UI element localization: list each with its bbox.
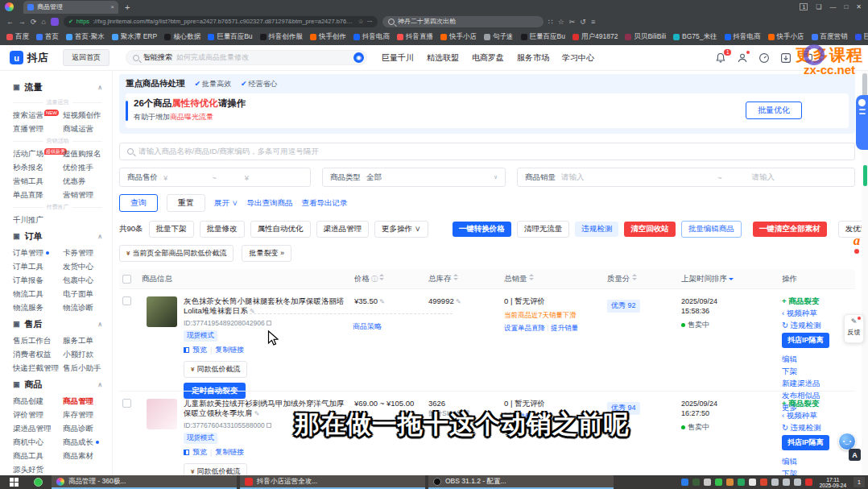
start-button[interactable] <box>0 475 27 489</box>
new-tab-button[interactable]: + <box>125 2 130 12</box>
expand-link[interactable]: 展开 ∨ <box>214 198 238 209</box>
sidebar-item[interactable]: 物流服务 <box>13 300 63 314</box>
reload-icon[interactable]: ⟳ <box>31 18 37 26</box>
product-link[interactable]: 预览 <box>192 447 207 458</box>
tray-icon-clipboard[interactable] <box>704 479 711 486</box>
sidebar-item[interactable]: 单品直降 <box>13 188 63 201</box>
row-checkbox[interactable] <box>119 296 138 391</box>
sales-action-link[interactable]: 设置单品直降 <box>504 324 545 332</box>
bookmark-item[interactable]: 巨量百应Bu <box>521 32 565 42</box>
taskbar-app[interactable]: OBS 31.1.2 - 配置... <box>428 475 614 489</box>
op-product-fission[interactable]: + 商品裂变 <box>782 399 839 409</box>
tray-icon-network[interactable] <box>771 479 779 486</box>
sidebar-item[interactable]: 售后工作台 <box>13 334 63 347</box>
toolbar-button[interactable]: 批量编辑商品 <box>681 221 742 238</box>
toolbar-button[interactable]: 批量下架 <box>149 221 194 238</box>
op-link[interactable]: 编辑 <box>782 354 839 365</box>
sidebar-item[interactable]: 订单管理 <box>13 246 63 259</box>
tray-icon-display[interactable] <box>794 479 801 486</box>
tab-close-icon[interactable]: × <box>110 3 114 10</box>
query-button[interactable]: 查询 <box>119 194 158 212</box>
bookmark-item[interactable]: 用户491872 <box>572 32 618 42</box>
sidebar-item[interactable]: 售后小助手 <box>63 361 112 375</box>
sidebar-item[interactable]: 源头好货 <box>13 462 63 475</box>
sidebar-item[interactable]: 商品素材 <box>63 449 112 462</box>
bookmark-item[interactable]: 贝贝BiliBili <box>625 32 666 42</box>
sidebar-item[interactable]: 服务工单 <box>63 334 112 347</box>
same-style-low-price-button[interactable]: ¥同款低价截流 <box>184 361 247 378</box>
sidebar-item[interactable]: 库存管理 <box>63 408 112 421</box>
copy-icon[interactable] <box>267 423 271 428</box>
bookmark-item[interactable]: 抖音电商 <box>725 32 761 42</box>
bookmark-item[interactable]: 抖音直播 <box>397 32 433 42</box>
sidebar-item[interactable]: 卡券管理 <box>63 246 112 259</box>
bell-icon[interactable]: 1 <box>715 52 726 64</box>
product-link[interactable]: 预览 <box>192 345 207 355</box>
header-stock[interactable]: 总库存 <box>428 274 504 284</box>
bookmark-item[interactable]: BG75_来往 <box>673 32 717 42</box>
sidebar-item[interactable]: 搜索运营NEW <box>13 108 63 122</box>
home-icon[interactable]: ⌂ <box>42 18 46 26</box>
tray-icon-colored-app[interactable] <box>726 479 734 486</box>
select-all-checkbox[interactable] <box>119 275 138 284</box>
tray-icon-red-speaker[interactable] <box>760 479 767 486</box>
sidebar-item[interactable]: 电子面单 <box>63 287 112 300</box>
sidebar-item[interactable]: 发货中心 <box>63 259 112 273</box>
taskbar-app[interactable]: 商品管理 - 360极... <box>52 475 237 489</box>
op-link[interactable]: ↻ 违规检测 <box>782 321 839 331</box>
header-nav-item[interactable]: 学习中心 <box>562 52 594 64</box>
header-nav-item[interactable]: 巨量千川 <box>382 52 414 64</box>
sidebar-item[interactable]: 秒杀报名 <box>13 160 63 174</box>
header-nav-item[interactable]: 服务市场 <box>517 52 549 64</box>
sidebar-item[interactable]: 直播管理 <box>13 122 63 135</box>
feedback-widget[interactable]: ✎ 反馈 <box>844 314 864 343</box>
export-log-link[interactable]: 查看导出记录 <box>302 198 348 209</box>
toolbar-button[interactable]: 批量修改 <box>200 221 245 238</box>
edit-icon[interactable]: ✎ <box>253 410 260 417</box>
sidebar-item[interactable]: 千川推广 <box>13 213 63 226</box>
op-product-fission[interactable]: + 商品裂变 <box>782 296 839 307</box>
sidebar-item[interactable]: 小额打款 <box>63 347 112 361</box>
op-link[interactable]: 编辑 <box>782 457 839 467</box>
sidebar-item[interactable]: 优价推手 <box>63 160 112 174</box>
window-count-badge[interactable]: 1 <box>800 3 808 10</box>
sidebar-item[interactable]: 渠道品管理 <box>13 421 63 435</box>
toolbar-button[interactable]: 清空回收站 <box>624 222 676 237</box>
op-link[interactable]: ↻ 违规检测 <box>782 423 839 433</box>
url-field[interactable]: ✔ https://fxg.jinritemai.com/ffa/g/list?… <box>64 16 378 27</box>
browser-tab[interactable]: 商品管理 × <box>23 1 118 14</box>
ai-assistant-icon[interactable]: ◉ <box>353 52 364 63</box>
op-link[interactable]: 下架 <box>782 469 839 475</box>
sidebar-item[interactable]: 评价管理 <box>13 408 63 421</box>
sidebar-item[interactable]: 活动广场超级新秀 <box>13 147 63 160</box>
sidebar-item[interactable]: 商品诊断 <box>63 421 112 435</box>
op-link[interactable]: ‹ 视频种草 <box>782 309 839 319</box>
a-tool-icon[interactable]: A <box>849 449 861 461</box>
sidebar-item[interactable]: 短视频创作 <box>63 108 112 122</box>
workbench-icon[interactable] <box>802 52 813 64</box>
sidebar-item[interactable]: 商城运营 <box>63 122 112 135</box>
smart-search-input[interactable]: 智能搜索 如何完成商品批量修改 ◉ <box>126 50 367 65</box>
notification-center[interactable]: 1 <box>854 477 865 487</box>
bookmark-item[interactable]: 句子迷 <box>484 32 514 42</box>
op-ip-isolation-button[interactable]: 抖店IP隔离 <box>782 435 829 450</box>
category-filter-select[interactable]: 商品类型 全部 ∨ <box>322 168 506 187</box>
sidebar-item[interactable]: 消费者权益 <box>13 347 63 361</box>
close-button[interactable]: ✕ <box>856 3 862 10</box>
forward-icon[interactable]: → <box>19 18 26 26</box>
sidebar-item[interactable]: 商品创建 <box>13 394 63 408</box>
taskbar-clock[interactable]: 17:112025-09-24 <box>816 477 849 488</box>
bulk-action-button[interactable]: ¥当前页全部商品同款低价截流 <box>119 245 234 262</box>
product-strategy-link[interactable]: 商品策略 <box>353 321 382 332</box>
bookmark-item[interactable]: 聚水潭 ERP <box>112 32 157 42</box>
header-quality[interactable]: 质量分 <box>607 274 681 284</box>
bookmark-item[interactable]: 百度营销 <box>812 32 848 42</box>
bookmark-item[interactable]: 快手小店 <box>768 32 804 42</box>
taskbar-app[interactable]: 抖音小店运营全攻... <box>240 475 425 489</box>
sidebar-item[interactable]: 订单报备 <box>13 273 63 287</box>
tray-icon-green-shield[interactable] <box>738 479 745 486</box>
sidebar-item[interactable]: 快递拦截管理 <box>13 361 63 375</box>
apps-grid-icon[interactable]: ∷ <box>548 18 553 26</box>
product-search-input[interactable]: 请输入商品名称/商品ID/商家编码，多条可用逗号隔开 <box>119 143 855 160</box>
bulk-action-button[interactable]: 批量裂变 » <box>242 245 291 262</box>
